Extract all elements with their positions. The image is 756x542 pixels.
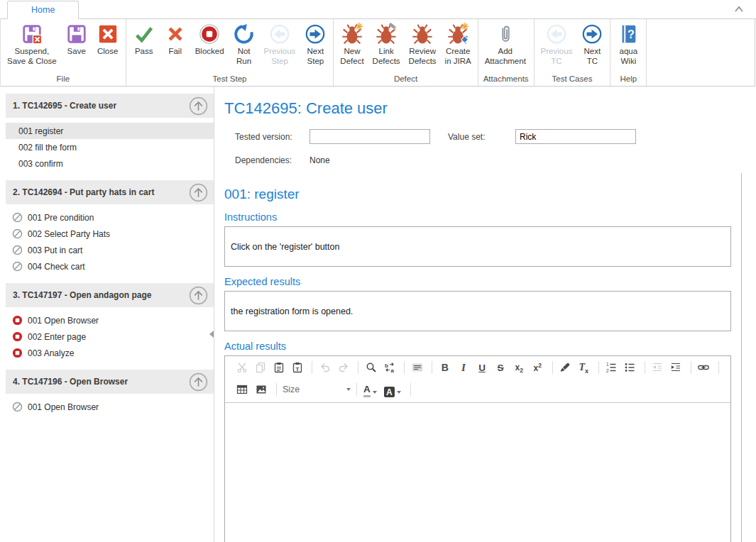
- select-all-button[interactable]: [409, 360, 425, 375]
- bulleted-list-icon: [624, 362, 635, 373]
- ribbon-group-defect: NewDefectLinkDefectsReviewDefectsCreatei…: [334, 19, 478, 86]
- find-button[interactable]: [363, 360, 379, 375]
- ribbon-button-label: aquaWiki: [620, 47, 638, 66]
- page-title: TC142695: Create user: [224, 99, 731, 118]
- chevron-down-icon: [397, 391, 401, 394]
- add-attachment-icon: [494, 23, 517, 45]
- not-run-status-icon: [12, 261, 23, 272]
- actual-results-heading: Actual results: [224, 341, 731, 352]
- toolbar-separator: [432, 361, 432, 374]
- test-step-label: 003 Analyze: [28, 348, 74, 358]
- test-step-item[interactable]: 003 Analyze: [6, 345, 214, 361]
- ribbon-button-next-step[interactable]: NextStep: [300, 21, 331, 66]
- link-icon: [698, 362, 709, 373]
- ribbon-button-not-run[interactable]: NotRun: [229, 21, 260, 66]
- numbered-list-button[interactable]: 12: [603, 360, 620, 375]
- image-button[interactable]: [253, 382, 270, 397]
- increase-indent-button[interactable]: [668, 360, 684, 375]
- value-set-input[interactable]: [515, 129, 636, 144]
- tested-version-label: Tested version:: [235, 132, 292, 142]
- superscript-button[interactable]: x2: [530, 360, 546, 375]
- ribbon-group-help: ?aquaWikiHelp: [610, 19, 647, 86]
- test-case-header[interactable]: 2. TC142694 - Put party hats in cart: [6, 180, 214, 204]
- remove-format-button[interactable]: Tx: [576, 360, 592, 375]
- ribbon: Suspend,Save & CloseSaveCloseFilePassFai…: [0, 19, 755, 87]
- tested-version-input[interactable]: [309, 129, 430, 144]
- italic-button[interactable]: I: [455, 360, 471, 375]
- link-button[interactable]: [696, 360, 712, 375]
- test-step-item[interactable]: 001 Open Browser: [6, 399, 214, 415]
- ribbon-button-fail[interactable]: Fail: [160, 21, 191, 57]
- not-run-icon: [233, 23, 256, 45]
- ribbon-button-create-in-jira[interactable]: Createin JIRA: [441, 21, 476, 66]
- ribbon-group-label: Help: [613, 74, 644, 86]
- ribbon-button-pass[interactable]: Pass: [128, 21, 160, 57]
- expected-results-box[interactable]: the registration form is opened.: [224, 291, 731, 331]
- undo-button: [317, 360, 333, 375]
- scroll-to-top-icon[interactable]: [189, 96, 208, 116]
- background-color-button[interactable]: A: [382, 382, 403, 397]
- ribbon-group-test-cases: PreviousTCNextTCTest Cases: [535, 19, 611, 86]
- test-step-item[interactable]: 003 Put in cart: [6, 242, 214, 258]
- strikethrough-button[interactable]: S: [493, 360, 509, 375]
- test-case-header[interactable]: 3. TC147197 - Open andagon page: [6, 283, 214, 307]
- test-case-group: 1. TC142695 - Create user001 register002…: [6, 94, 214, 172]
- ribbon-button-new-defect[interactable]: NewDefect: [336, 21, 368, 66]
- test-case-header[interactable]: 4. TC147196 - Open Browser: [6, 370, 214, 394]
- test-step-label: 001 Pre condition: [28, 213, 94, 223]
- ribbon-button-close[interactable]: Close: [92, 21, 124, 57]
- test-step-item[interactable]: 001 register: [6, 123, 214, 139]
- ribbon-button-link-defects[interactable]: LinkDefects: [368, 21, 405, 66]
- bulleted-list-button[interactable]: [622, 360, 638, 375]
- actual-results-textarea[interactable]: [225, 402, 730, 542]
- text-color-button[interactable]: A: [361, 382, 379, 397]
- fail-icon: [164, 23, 187, 45]
- blocked-status-icon: [12, 315, 23, 326]
- test-step-item[interactable]: 002 fill the form: [6, 139, 214, 155]
- ribbon-button-label: Suspend,Save & Close: [7, 47, 57, 66]
- test-step-item[interactable]: 004 Check cart: [6, 258, 214, 275]
- test-step-item[interactable]: 001 Pre condition: [6, 209, 214, 226]
- test-step-item[interactable]: 001 Open Browser: [6, 312, 214, 328]
- ribbon-button-aqua-wiki[interactable]: ?aquaWiki: [613, 21, 644, 66]
- ribbon-button-next-tc[interactable]: NextTC: [576, 21, 608, 66]
- toolbar-separator: [645, 361, 645, 374]
- font-size-dropdown[interactable]: Size: [283, 382, 351, 397]
- strikethrough-icon: S: [498, 361, 504, 374]
- test-step-item[interactable]: 002 Enter page: [6, 328, 214, 345]
- ribbon-button-suspend-save-close[interactable]: Suspend,Save & Close: [3, 21, 61, 66]
- scroll-to-top-icon[interactable]: [189, 286, 208, 305]
- test-step-item[interactable]: 002 Select Party Hats: [6, 226, 214, 242]
- collapse-panel-icon[interactable]: [209, 331, 214, 338]
- paste-button[interactable]: [270, 360, 287, 375]
- scroll-to-top-icon[interactable]: [189, 372, 208, 392]
- subscript-icon: x2: [515, 360, 522, 374]
- test-step-item[interactable]: 003 confirm: [6, 155, 214, 172]
- chevron-up-icon[interactable]: [733, 4, 745, 14]
- not-run-status-icon: [12, 245, 23, 255]
- ribbon-button-review-defects[interactable]: ReviewDefects: [405, 21, 441, 66]
- bold-button[interactable]: B: [437, 360, 453, 375]
- copy-formatting-button[interactable]: [557, 360, 574, 375]
- cut-icon: [236, 362, 248, 373]
- scroll-to-top-icon[interactable]: [189, 183, 208, 202]
- underline-button[interactable]: U: [474, 360, 491, 375]
- instructions-box[interactable]: Click on the 'register' button: [224, 226, 731, 267]
- ribbon-button-label: ReviewDefects: [409, 47, 437, 66]
- paste-from-word-button[interactable]: T: [289, 360, 305, 375]
- test-case-header[interactable]: 1. TC142695 - Create user: [6, 94, 214, 118]
- table-button[interactable]: [234, 382, 251, 397]
- ribbon-button-save[interactable]: Save: [61, 21, 92, 57]
- subscript-button[interactable]: x2: [511, 360, 527, 375]
- tab-home[interactable]: Home: [7, 1, 79, 19]
- background-color-icon: A: [384, 387, 395, 397]
- previous-step-icon: [268, 23, 291, 45]
- expected-results-text: the registration form is opened.: [231, 306, 353, 316]
- actual-results-editor: TbaBIUSx2x2Tx12 SizeAA: [224, 355, 731, 542]
- link-defects-icon: [375, 23, 398, 45]
- replace-button[interactable]: ba: [381, 360, 398, 375]
- close-icon: [97, 23, 119, 45]
- ribbon-button-add-attachment[interactable]: AddAttachment: [481, 21, 530, 66]
- ribbon-button-blocked[interactable]: Blocked: [191, 21, 229, 57]
- select-all-icon: [412, 362, 423, 373]
